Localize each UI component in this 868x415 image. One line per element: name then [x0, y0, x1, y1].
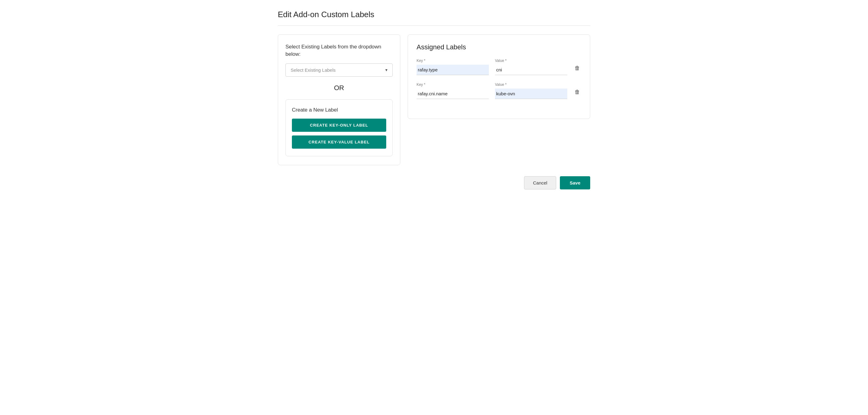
- key-field-2: Key *: [416, 83, 489, 99]
- cancel-button[interactable]: Cancel: [524, 176, 556, 189]
- header-divider: [278, 25, 590, 26]
- assigned-labels-title: Assigned Labels: [416, 43, 581, 51]
- footer-actions: Cancel Save: [278, 176, 590, 189]
- dropdown-placeholder-text: Select Existing Labels: [291, 67, 336, 72]
- select-label-description: Select Existing Labels from the dropdown…: [285, 43, 393, 58]
- select-existing-labels-dropdown[interactable]: Select Existing Labels ▾: [285, 63, 393, 77]
- delete-icon-1: 🗑: [575, 65, 580, 71]
- key-field-1: Key *: [416, 59, 489, 75]
- key-label-2: Key *: [416, 83, 489, 87]
- key-input-1[interactable]: [416, 65, 489, 75]
- key-input-2[interactable]: [416, 89, 489, 99]
- left-panel: Select Existing Labels from the dropdown…: [278, 34, 400, 165]
- key-label-1: Key *: [416, 59, 489, 63]
- create-new-label-section: Create a New Label CREATE KEY-ONLY LABEL…: [285, 99, 393, 156]
- or-divider-text: OR: [285, 84, 393, 92]
- create-key-only-label-button[interactable]: CREATE KEY-ONLY LABEL: [292, 119, 386, 132]
- main-layout: Select Existing Labels from the dropdown…: [278, 34, 590, 165]
- delete-icon-2: 🗑: [575, 89, 580, 95]
- chevron-down-icon: ▾: [385, 67, 388, 72]
- delete-row-2-button[interactable]: 🗑: [574, 86, 581, 98]
- right-panel: Assigned Labels Key * Value * 🗑 Key *: [408, 34, 590, 119]
- value-input-1[interactable]: [495, 65, 567, 75]
- create-new-label-title: Create a New Label: [292, 107, 386, 113]
- value-input-2[interactable]: [495, 89, 567, 99]
- value-label-2: Value *: [495, 83, 567, 87]
- value-label-1: Value *: [495, 59, 567, 63]
- delete-row-1-button[interactable]: 🗑: [574, 62, 581, 74]
- value-field-2: Value *: [495, 83, 567, 99]
- create-key-value-label-button[interactable]: CREATE KEY-VALUE LABEL: [292, 136, 386, 149]
- value-field-1: Value *: [495, 59, 567, 75]
- save-button[interactable]: Save: [560, 176, 590, 189]
- label-row: Key * Value * 🗑: [416, 83, 581, 99]
- label-row: Key * Value * 🗑: [416, 59, 581, 75]
- page-title: Edit Add-on Custom Labels: [278, 10, 590, 19]
